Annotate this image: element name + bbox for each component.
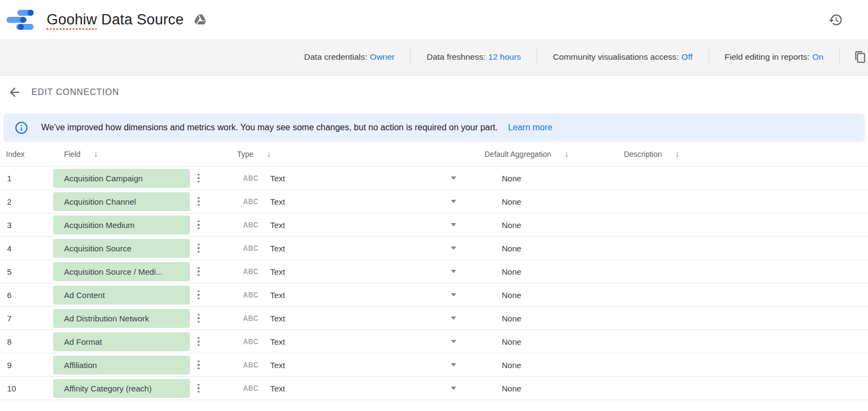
description-cell[interactable]: [624, 213, 868, 236]
data-credentials-button[interactable]: Data credentials:Owner: [289, 52, 411, 62]
text-type-icon: ABC: [243, 314, 260, 323]
field-name-chip[interactable]: Acquisition Campaign: [53, 169, 190, 188]
field-type-select[interactable]: ABC Text: [237, 190, 484, 213]
version-history-icon[interactable]: [826, 10, 845, 29]
aggregation-value[interactable]: None: [484, 337, 624, 346]
sort-descending-icon[interactable]: ↓: [564, 149, 569, 160]
title-rest: Data Source: [101, 11, 183, 28]
field-type-value: Text: [270, 267, 285, 276]
dropdown-caret-icon: [451, 200, 456, 203]
description-cell[interactable]: [624, 237, 868, 260]
field-type-value: Text: [270, 197, 285, 206]
logo-bar: [17, 10, 34, 16]
dropdown-caret-icon: [451, 317, 456, 320]
aggregation-value[interactable]: None: [484, 197, 624, 206]
field-editing-label: Field editing in reports:: [725, 52, 810, 61]
dropdown-caret-icon: [451, 363, 456, 366]
description-cell[interactable]: [624, 377, 868, 400]
field-type-value: Text: [270, 290, 285, 300]
text-type-icon: ABC: [243, 197, 260, 206]
field-type-select[interactable]: ABC Text: [237, 307, 484, 330]
connection-bar: EDIT CONNECTION: [0, 75, 868, 109]
more-options-icon[interactable]: [195, 288, 202, 302]
data-freshness-button[interactable]: Data freshness:12 hours: [411, 52, 537, 62]
text-type-icon: ABC: [243, 337, 260, 346]
info-banner: We've improved how dimensions and metric…: [3, 113, 865, 142]
description-cell[interactable]: [624, 167, 868, 189]
sort-descending-icon[interactable]: ↓: [266, 149, 271, 160]
field-type-value: Text: [270, 174, 285, 183]
data-source-title[interactable]: Goohiw Data Source: [47, 11, 184, 28]
row-index: 9: [0, 361, 48, 370]
google-drive-icon: [194, 13, 207, 26]
edit-connection-label[interactable]: EDIT CONNECTION: [31, 87, 119, 97]
field-type-value: Text: [270, 384, 285, 393]
field-type-select[interactable]: ABC Text: [237, 283, 484, 306]
more-options-icon[interactable]: [195, 195, 202, 208]
aggregation-value[interactable]: None: [484, 314, 624, 323]
field-name-chip[interactable]: Affinity Category (reach): [53, 379, 190, 398]
aggregation-value[interactable]: None: [484, 290, 624, 300]
field-name-chip[interactable]: Acquisition Channel: [53, 192, 190, 211]
row-index: 10: [0, 384, 48, 393]
settings-toolbar: Data credentials:Owner Data freshness:12…: [0, 39, 868, 75]
more-options-icon[interactable]: [195, 312, 202, 325]
aggregation-value[interactable]: None: [484, 174, 624, 183]
description-cell[interactable]: [624, 353, 868, 376]
aggregation-value[interactable]: None: [484, 267, 624, 276]
duplicate-icon[interactable]: [840, 50, 868, 64]
more-options-icon[interactable]: [195, 218, 202, 232]
description-cell[interactable]: [624, 330, 868, 353]
field-type-value: Text: [270, 220, 285, 230]
field-name-chip[interactable]: Acquisition Medium: [53, 216, 190, 235]
more-options-icon[interactable]: [195, 242, 202, 255]
community-visualisations-button[interactable]: Community visualisations access:Off: [537, 52, 708, 62]
field-type-select[interactable]: ABC Text: [237, 167, 484, 189]
more-options-icon[interactable]: [195, 382, 202, 395]
field-type-select[interactable]: ABC Text: [237, 353, 484, 376]
field-type-select[interactable]: ABC Text: [237, 330, 484, 353]
field-type-select[interactable]: ABC Text: [237, 260, 484, 283]
field-type-select[interactable]: ABC Text: [237, 377, 484, 400]
field-name-chip[interactable]: Ad Format: [53, 332, 190, 351]
description-cell[interactable]: [624, 307, 868, 330]
dropdown-caret-icon: [451, 246, 456, 250]
aggregation-value[interactable]: None: [484, 244, 624, 253]
field-type-select[interactable]: ABC Text: [237, 213, 484, 236]
field-editing-button[interactable]: Field editing in reports:On: [709, 52, 840, 62]
dropdown-caret-icon: [451, 340, 456, 343]
field-name-chip[interactable]: Affiliation: [53, 356, 190, 375]
sort-descending-icon[interactable]: ↓: [93, 149, 98, 160]
field-name-chip[interactable]: Ad Distribution Network: [53, 309, 190, 328]
back-arrow-icon[interactable]: [7, 84, 23, 100]
field-type-select[interactable]: ABC Text: [237, 237, 484, 260]
more-options-icon[interactable]: [195, 172, 202, 185]
description-cell[interactable]: [624, 260, 868, 283]
more-options-icon[interactable]: [195, 358, 202, 372]
aggregation-value[interactable]: None: [484, 220, 624, 230]
description-cell[interactable]: [624, 283, 868, 306]
text-type-icon: ABC: [243, 244, 260, 252]
description-cell[interactable]: [624, 190, 868, 213]
column-header-type: Type↓: [237, 149, 484, 160]
more-options-icon[interactable]: [195, 265, 202, 279]
table-row: 5 Acquisition Source / Medi... ABC Text …: [0, 260, 868, 283]
table-row: 9 Affiliation ABC Text None: [0, 353, 868, 377]
more-options-icon[interactable]: [195, 335, 202, 349]
sort-descending-icon[interactable]: ↓: [675, 149, 680, 160]
field-name-chip[interactable]: Acquisition Source: [53, 239, 190, 258]
row-index: 5: [0, 267, 48, 276]
dropdown-caret-icon: [451, 176, 456, 180]
aggregation-value[interactable]: None: [484, 384, 624, 393]
text-type-icon: ABC: [243, 267, 260, 276]
learn-more-link[interactable]: Learn more: [508, 123, 552, 132]
field-type-value: Text: [270, 361, 285, 370]
community-visualisations-label: Community visualisations access:: [553, 52, 679, 61]
column-header-field: Field↓: [48, 149, 237, 160]
row-index: 1: [0, 174, 48, 183]
aggregation-value[interactable]: None: [484, 361, 624, 370]
field-name-chip[interactable]: Ad Content: [53, 286, 190, 305]
community-visualisations-value: Off: [681, 52, 692, 61]
field-name-chip[interactable]: Acquisition Source / Medi...: [53, 262, 190, 281]
data-studio-logo[interactable]: [7, 7, 35, 32]
